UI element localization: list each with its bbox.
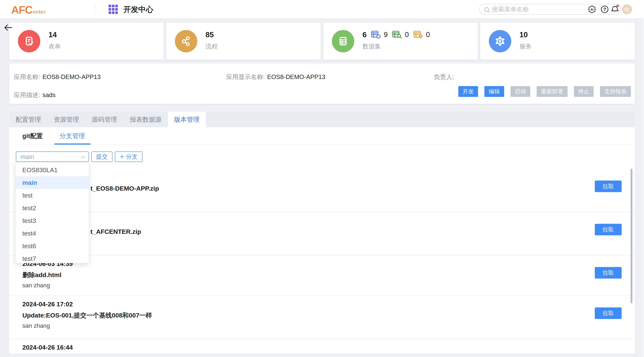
- commit-date: [22, 216, 635, 225]
- commit-date: [22, 173, 635, 181]
- top-header: AFC enter 开发中心 AI ?: [0, 0, 644, 19]
- tab-config[interactable]: 配置管理: [9, 112, 47, 127]
- dataset-db-count: 9: [384, 31, 388, 39]
- version-management-panel: git配置 分支管理 main 提交 分支 t: [9, 127, 635, 354]
- chevron-up-icon: [80, 156, 86, 159]
- app-name-value: EOS8-DEMO-APP13: [42, 73, 101, 81]
- branch-option[interactable]: test7: [16, 252, 89, 263]
- header-divider: [95, 5, 95, 14]
- app-name-label: 应用名称:: [14, 73, 40, 81]
- app-owner-label: 负责人:: [434, 73, 454, 81]
- develop-button[interactable]: 开发: [458, 86, 478, 97]
- datasets-label: 数据集: [362, 42, 381, 51]
- commit-author: [22, 238, 635, 246]
- logo-text-sub: enter: [33, 8, 45, 16]
- plus-icon: [120, 154, 124, 159]
- sub-tabs: git配置 分支管理: [17, 127, 635, 145]
- branch-option[interactable]: test: [16, 189, 89, 202]
- services-label: 服务: [520, 42, 532, 51]
- stop-button[interactable]: 停止: [574, 86, 594, 97]
- pull-button[interactable]: 拉取: [595, 181, 622, 192]
- app-info-card: 应用名称: EOS8-DEMO-APP13 应用显示名称: EOS8-DEMO-…: [9, 63, 635, 104]
- commit-date: 2024-04-26 16:44: [22, 343, 635, 352]
- subtab-branch-manage[interactable]: 分支管理: [54, 127, 90, 145]
- tab-source[interactable]: 源码管理: [86, 112, 124, 127]
- dataset-config-count: 0: [426, 31, 430, 39]
- dataset-counts: 6 9 0 0: [362, 30, 430, 39]
- forms-count: 14: [48, 30, 57, 39]
- commit-row: t_AFCENTER.zip 拉取: [9, 212, 635, 256]
- branch-option[interactable]: test4: [16, 227, 89, 240]
- ai-assistant-icon[interactable]: AI: [588, 5, 596, 13]
- branch-option[interactable]: test2: [16, 202, 89, 214]
- new-branch-label: 分支: [126, 153, 138, 161]
- pull-button[interactable]: 拉取: [595, 267, 622, 279]
- page-scrollbar[interactable]: [642, 19, 644, 357]
- notification-dot: [616, 4, 619, 7]
- list-scrollbar-thumb[interactable]: [630, 169, 632, 303]
- report-button[interactable]: 支持报表: [600, 86, 631, 97]
- flows-label: 流程: [206, 42, 218, 51]
- commit-date: 2024-06-03 14:39: [22, 260, 635, 268]
- main-tabs: 配置管理 资源管理 源码管理 报表数据源 版本管理: [9, 112, 635, 127]
- commit-message: Update:EOS-001,提交一个基线008和007一样: [22, 311, 635, 319]
- app-desc-label: 应用描述:: [14, 91, 40, 99]
- commit-author: san zhang: [22, 322, 635, 330]
- start-button[interactable]: 启动: [510, 86, 530, 97]
- submit-button[interactable]: 提交: [91, 151, 112, 162]
- commit-author: san zhang: [22, 282, 635, 289]
- tab-report-source[interactable]: 报表数据源: [124, 112, 168, 127]
- stat-card-datasets: 6 9 0 0 数据集: [323, 22, 478, 60]
- branch-dropdown: EOS830LA1 main test test2 test3 test4 te…: [16, 162, 89, 263]
- commit-author: [22, 195, 635, 203]
- app-action-buttons: 开发 编辑 启动 重新部署 停止 支持报表: [458, 86, 631, 97]
- stat-card-flows: 85 流程: [166, 22, 321, 60]
- svg-text:AI: AI: [590, 8, 594, 11]
- branch-option[interactable]: EOS830LA1: [16, 164, 89, 176]
- commit-message: 删除add.html: [22, 271, 635, 279]
- app-display-name-value: EOS8-DEMO-APP13: [267, 73, 325, 81]
- commit-row: 2024-04-26 17:02 Update:EOS-001,提交一个基线00…: [9, 296, 635, 339]
- datasets-count: 6: [362, 30, 366, 39]
- svg-text:?: ?: [603, 7, 606, 12]
- dataset-icon: [332, 30, 354, 52]
- tab-version[interactable]: 版本管理: [168, 112, 206, 127]
- commit-message: t_EOS8-DEMO-APP.zip: [22, 184, 635, 192]
- branch-select-value: main: [20, 152, 34, 162]
- tab-resources[interactable]: 资源管理: [47, 112, 86, 127]
- branch-select[interactable]: main: [16, 151, 89, 162]
- app-grid-icon[interactable]: [108, 4, 118, 15]
- redeploy-button[interactable]: 重新部署: [536, 86, 568, 97]
- dataset-query-count: 0: [405, 31, 409, 39]
- back-arrow-icon[interactable]: [4, 24, 12, 31]
- pull-button[interactable]: 拉取: [595, 308, 622, 319]
- flow-icon: [175, 30, 197, 52]
- services-count: 10: [520, 30, 528, 39]
- avatar-text: 租: [624, 6, 630, 13]
- new-branch-button[interactable]: 分支: [115, 151, 142, 162]
- help-icon[interactable]: ?: [600, 5, 609, 13]
- forms-label: 表单: [48, 42, 61, 51]
- pull-button[interactable]: 拉取: [595, 224, 622, 235]
- page-title: 开发中心: [124, 0, 153, 19]
- commit-message: t_AFCENTER.zip: [22, 228, 635, 236]
- notifications-bell-icon[interactable]: [610, 4, 620, 14]
- form-icon: [18, 30, 40, 52]
- submit-label: 提交: [96, 153, 108, 161]
- branch-option[interactable]: test6: [16, 240, 89, 252]
- commit-row: 2024-04-26 16:44: [9, 339, 635, 354]
- edit-button[interactable]: 编辑: [484, 86, 504, 97]
- search-icon: [484, 6, 491, 13]
- search-input[interactable]: [492, 5, 617, 14]
- logo-text-main: AFC: [11, 4, 32, 16]
- commit-date: 2024-04-26 17:02: [22, 300, 635, 308]
- subtab-git-config[interactable]: git配置: [17, 127, 48, 145]
- dataset-db-icon: [371, 30, 381, 39]
- app-desc-value: sads: [42, 91, 56, 99]
- user-avatar[interactable]: 租: [622, 4, 632, 14]
- menu-search: [479, 4, 621, 15]
- commit-row: 2024-06-03 14:39 删除add.html san zhang 拉取: [9, 256, 635, 296]
- commit-row: t_EOS8-DEMO-APP.zip 拉取: [9, 169, 635, 212]
- branch-option[interactable]: test3: [16, 214, 89, 227]
- branch-option-selected[interactable]: main: [16, 176, 89, 189]
